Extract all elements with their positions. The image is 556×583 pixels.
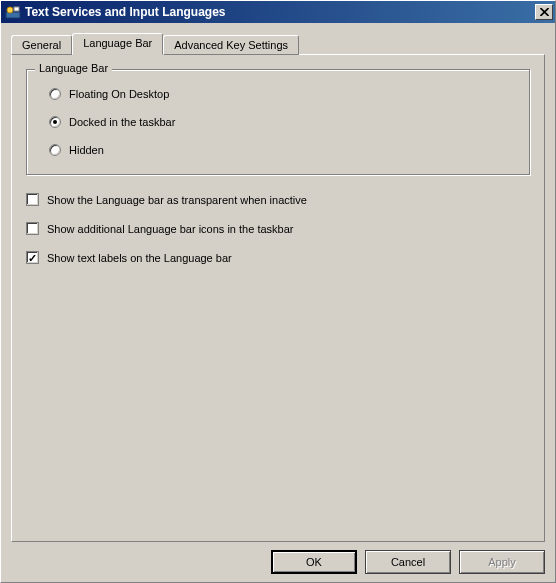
radio-label: Docked in the taskbar	[69, 116, 175, 128]
window-title: Text Services and Input Languages	[25, 5, 535, 19]
app-icon	[5, 4, 21, 20]
radio-floating-on-desktop[interactable]: Floating On Desktop	[49, 88, 515, 100]
client-area: General Language Bar Advanced Key Settin…	[1, 23, 555, 582]
tab-advanced-key-settings[interactable]: Advanced Key Settings	[163, 35, 299, 55]
cancel-button[interactable]: Cancel	[365, 550, 451, 574]
button-row: OK Cancel Apply	[11, 542, 545, 574]
checkbox-label: Show additional Language bar icons in th…	[47, 223, 293, 235]
radio-hidden[interactable]: Hidden	[49, 144, 515, 156]
tab-general[interactable]: General	[11, 35, 72, 55]
checkbox-additional-icons[interactable]: Show additional Language bar icons in th…	[26, 222, 530, 235]
radio-label: Floating On Desktop	[69, 88, 169, 100]
ok-button[interactable]: OK	[271, 550, 357, 574]
checkbox-label: Show text labels on the Language bar	[47, 252, 232, 264]
dialog-window: Text Services and Input Languages Genera…	[0, 0, 556, 583]
tab-label: Advanced Key Settings	[174, 39, 288, 51]
checkbox-text-labels[interactable]: Show text labels on the Language bar	[26, 251, 530, 264]
checkbox-icon	[26, 251, 39, 264]
tab-strip: General Language Bar Advanced Key Settin…	[11, 33, 545, 55]
radio-icon	[49, 144, 61, 156]
tab-label: General	[22, 39, 61, 51]
close-button[interactable]	[535, 4, 553, 20]
tab-panel-language-bar: Language Bar Floating On Desktop Docked …	[11, 54, 545, 542]
radio-icon	[49, 88, 61, 100]
tab-label: Language Bar	[83, 37, 152, 49]
checkbox-icon	[26, 222, 39, 235]
groupbox-language-bar: Language Bar Floating On Desktop Docked …	[26, 69, 530, 175]
apply-button[interactable]: Apply	[459, 550, 545, 574]
tab-language-bar[interactable]: Language Bar	[72, 33, 163, 55]
titlebar: Text Services and Input Languages	[1, 1, 555, 23]
svg-rect-2	[14, 7, 19, 11]
radio-docked-in-taskbar[interactable]: Docked in the taskbar	[49, 116, 515, 128]
radio-label: Hidden	[69, 144, 104, 156]
checkbox-label: Show the Language bar as transparent whe…	[47, 194, 307, 206]
svg-point-1	[7, 7, 13, 13]
checkbox-transparent-when-inactive[interactable]: Show the Language bar as transparent whe…	[26, 193, 530, 206]
checkbox-icon	[26, 193, 39, 206]
groupbox-legend: Language Bar	[35, 62, 112, 74]
radio-icon	[49, 116, 61, 128]
